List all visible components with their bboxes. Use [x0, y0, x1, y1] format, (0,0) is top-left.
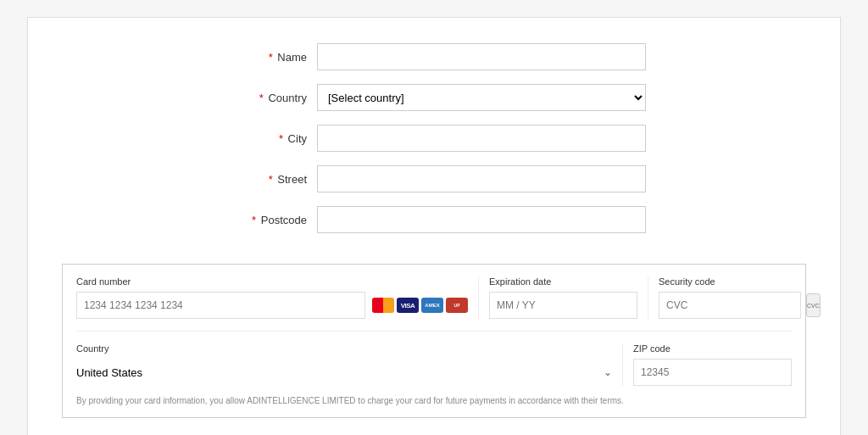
postcode-label: * Postcode [222, 214, 307, 226]
name-row: * Name [222, 43, 646, 70]
required-star-4: * [269, 173, 273, 186]
expiration-field: Expiration date [478, 276, 648, 319]
street-row: * Street [222, 165, 646, 192]
card-country-select[interactable]: United States United Kingdom Canada [76, 359, 612, 386]
cvc-hint-icon: CVC [806, 293, 821, 317]
postcode-row: * Postcode [222, 206, 646, 233]
required-star: * [269, 51, 273, 64]
card-zip-field: ZIP code [622, 343, 792, 386]
street-label: * Street [222, 173, 307, 186]
card-number-label: Card number [76, 276, 468, 287]
security-label: Security code [659, 276, 782, 287]
required-star-3: * [279, 132, 283, 145]
city-input[interactable] [317, 125, 646, 152]
name-input[interactable] [317, 43, 646, 70]
card-country-field: Country United States United Kingdom Can… [76, 343, 622, 386]
visa-icon: VISA [397, 298, 419, 313]
page-container: * Name * Country [Select country] United… [27, 17, 841, 435]
postcode-input[interactable] [317, 206, 646, 233]
amex-icon: AMEX [421, 298, 443, 313]
billing-form: * Name * Country [Select country] United… [62, 43, 806, 247]
card-country-label: Country [76, 343, 612, 354]
expiration-input[interactable] [489, 292, 637, 319]
card-bottom-row: Country United States United Kingdom Can… [76, 343, 792, 386]
card-notice: By providing your card information, you … [76, 396, 792, 405]
card-section: Card number MC VISA AMEX [62, 264, 806, 418]
country-label: * Country [222, 92, 307, 104]
expiration-label: Expiration date [489, 276, 637, 287]
card-top-grid: Card number MC VISA AMEX [76, 276, 792, 332]
card-number-input[interactable] [76, 292, 365, 319]
mastercard-icon: MC [372, 298, 394, 313]
unionpay-icon: UP [446, 298, 468, 313]
name-label: * Name [222, 51, 307, 64]
country-select[interactable]: [Select country] United States United Ki… [317, 84, 646, 111]
zip-label: ZIP code [633, 343, 792, 354]
country-select-wrapper: United States United Kingdom Canada ⌄ [76, 359, 612, 386]
cvc-input[interactable] [659, 292, 801, 319]
card-number-field: Card number MC VISA AMEX [76, 276, 478, 319]
security-input-row: CVC [659, 292, 782, 319]
zip-input[interactable] [633, 359, 792, 386]
card-icons: MC VISA AMEX UP [372, 298, 468, 313]
required-star-5: * [252, 214, 256, 226]
required-star-2: * [259, 92, 264, 104]
street-input[interactable] [317, 165, 646, 192]
card-number-input-row: MC VISA AMEX UP [76, 292, 468, 319]
expiration-input-row [489, 292, 637, 319]
city-row: * City [222, 125, 646, 152]
security-field: Security code CVC [648, 276, 792, 319]
country-row: * Country [Select country] United States… [222, 84, 646, 111]
city-label: * City [222, 132, 307, 145]
